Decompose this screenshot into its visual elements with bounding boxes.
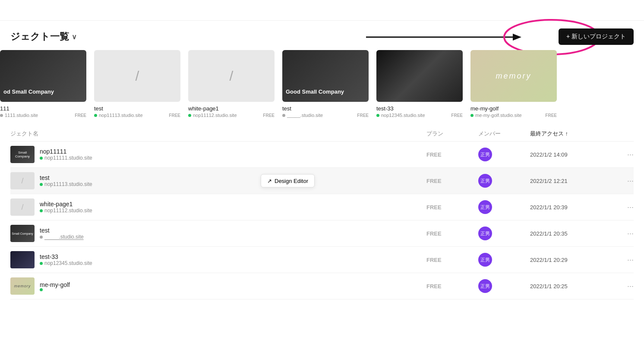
row-date: 2022/1/1 20:35 [530, 230, 616, 237]
status-dot [40, 209, 43, 212]
url-text: _____.studio.site [44, 234, 84, 240]
row-thumbnail [10, 251, 35, 268]
status-dot [470, 114, 474, 117]
card-thumbnail: / [94, 50, 180, 102]
status-dot [94, 114, 97, 117]
row-date: 2022/1/1 20:29 [530, 257, 616, 263]
card-thumb-text: Good Small Company [282, 85, 347, 98]
row-name-group: test nop11113.studio.site [40, 174, 92, 187]
plan-badge: FREE [263, 113, 275, 118]
row-plan: FREE [426, 178, 478, 184]
row-thumbnail: / [10, 172, 35, 189]
design-editor-label: Design Editor [275, 178, 308, 184]
row-project-info: / white-page1 nop11112.studio.site [10, 198, 426, 216]
more-options-button[interactable]: ··· [616, 255, 634, 264]
row-member: 正男 [478, 253, 530, 267]
row-name-group: test _____.studio.site [40, 227, 84, 240]
card-info: me-my-golf.studio.site FREE [470, 113, 557, 118]
row-project-url: nop11111.studio.site [40, 155, 92, 161]
row-project-info: memory me-my-golf [10, 277, 426, 295]
card-info: nop11112.studio.site FREE [188, 113, 275, 118]
card-url: nop11113.studio.site [94, 113, 143, 118]
row-member: 正男 [478, 227, 530, 240]
cards-row: od Small Company 111 1111.studio.site FR… [0, 50, 644, 126]
avatar: 正男 [478, 200, 492, 214]
arrow-annotation [366, 16, 582, 54]
external-link-icon: ↗ [267, 178, 272, 184]
row-name-group: nop11111 nop11111.studio.site [40, 148, 92, 161]
row-project-info: Small Company test _____.studio.site [10, 225, 426, 242]
row-thumbnail: Small Company [10, 146, 35, 163]
col-project-name: ジェクト名 [10, 130, 426, 138]
row-member: 正男 [478, 174, 530, 188]
more-options-button[interactable]: ··· [616, 229, 634, 238]
project-card[interactable]: / white-page1 nop11112.studio.site FREE [188, 50, 275, 118]
thumb-text: memory [14, 284, 31, 288]
row-project-url: nop11113.studio.site [40, 181, 92, 187]
status-dot [376, 114, 379, 117]
card-info: nop12345.studio.site FREE [376, 113, 463, 118]
project-card[interactable]: / test nop11113.studio.site FREE [94, 50, 180, 118]
status-dot [282, 114, 285, 117]
header-right: + 新しいプロジェクト [559, 28, 634, 45]
design-editor-button[interactable]: ↗ Design Editor [261, 174, 315, 188]
card-thumbnail: memory [470, 50, 557, 102]
plan-badge: FREE [451, 113, 463, 118]
row-project-info: test-33 nop12345.studio.site [10, 251, 426, 268]
col-last-access[interactable]: 最終アクセス ↑ [530, 130, 616, 138]
table-row[interactable]: Small Company test _____.studio.site FRE… [10, 220, 634, 247]
slash-icon: / [21, 203, 23, 212]
table-row[interactable]: memory me-my-golf FREE 正男 2022/1/1 20:25… [10, 273, 634, 299]
table-row[interactable]: / white-page1 nop11112.studio.site FREE … [10, 194, 634, 220]
card-thumbnail [376, 50, 463, 102]
more-options-button[interactable]: ··· [616, 150, 634, 159]
table-section: ジェクト名 プラン メンバー 最終アクセス ↑ Small Company no… [0, 126, 644, 299]
card-info: 1111.studio.site FREE [0, 113, 86, 118]
avatar: 正男 [478, 227, 492, 240]
project-card[interactable]: memory me-my-golf me-my-golf.studio.site… [470, 50, 557, 118]
plan-badge: FREE [75, 113, 86, 118]
table-row[interactable]: Small Company nop11111 nop11111.studio.s… [10, 142, 634, 168]
table-header: ジェクト名 プラン メンバー 最終アクセス ↑ [10, 126, 634, 142]
slash-icon: / [21, 176, 23, 186]
status-dot [40, 288, 43, 291]
avatar: 正男 [478, 174, 492, 188]
card-info: _____.studio.site FREE [282, 113, 369, 118]
more-options-button[interactable]: ··· [616, 282, 634, 291]
row-thumbnail: memory [10, 277, 35, 295]
project-card[interactable]: Good Small Company test _____.studio.sit… [282, 50, 369, 118]
card-name: test [282, 105, 369, 112]
status-dot [188, 114, 191, 117]
more-options-button[interactable]: ··· [616, 176, 634, 186]
status-dot [40, 183, 43, 186]
row-thumbnail: / [10, 198, 35, 216]
project-card[interactable]: od Small Company 111 1111.studio.site FR… [0, 50, 86, 118]
row-thumbnail: Small Company [10, 225, 35, 242]
card-info: nop11113.studio.site FREE [94, 113, 180, 118]
row-project-name: test [40, 227, 84, 234]
avatar: 正男 [478, 279, 492, 293]
avatar: 正男 [478, 253, 492, 267]
row-project-url: nop12345.studio.site [40, 260, 92, 266]
row-project-name: white-page1 [40, 201, 92, 208]
table-row[interactable]: / test nop11113.studio.site ↗ Design Edi… [10, 168, 634, 194]
new-project-button[interactable]: + 新しいプロジェクト [559, 28, 634, 45]
more-options-button[interactable]: ··· [616, 203, 634, 212]
card-name: test [94, 105, 180, 112]
card-thumbnail: / [188, 50, 275, 102]
top-bar [0, 0, 644, 21]
card-name: me-my-golf [470, 105, 557, 112]
row-member: 正男 [478, 279, 530, 293]
thumb-text: Small Company [11, 231, 34, 236]
row-date: 2022/1/1 20:25 [530, 283, 616, 290]
row-member: 正男 [478, 200, 530, 214]
page-header: ジェクト一覧 ∨ + 新しいプロジェクト [0, 21, 644, 50]
card-thumbnail: od Small Company [0, 50, 86, 102]
project-card[interactable]: test-33 nop12345.studio.site FREE [376, 50, 463, 118]
row-date: 2022/1/2 12:21 [530, 178, 616, 184]
card-thumbnail: Good Small Company [282, 50, 369, 102]
row-plan: FREE [426, 230, 478, 237]
table-row[interactable]: test-33 nop12345.studio.site FREE 正男 202… [10, 247, 634, 273]
row-project-name: me-my-golf [40, 281, 70, 288]
chevron-down-icon[interactable]: ∨ [72, 33, 77, 41]
